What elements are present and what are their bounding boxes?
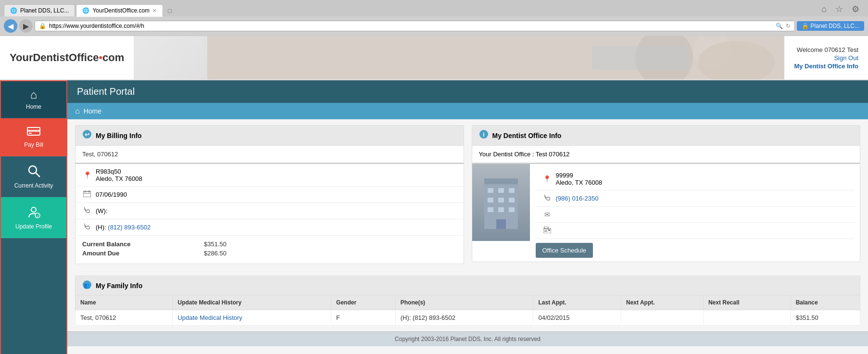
- address-text: https://www.yourdentistoffice.com/#/h: [49, 23, 773, 29]
- row-name: Test, 070612: [75, 310, 173, 326]
- svg-rect-25: [509, 188, 515, 193]
- sidebar-item-current-activity[interactable]: Current Activity: [1, 156, 66, 197]
- tab-label: Planet DDS, LLC...: [20, 7, 69, 14]
- billing-address-row: 📍 R983q50 Aledo, TX 76008: [75, 164, 464, 187]
- current-balance-value: $351.50: [204, 240, 226, 248]
- col-gender: Gender: [331, 295, 396, 310]
- office-details: 📍 99999 Aledo, TX 76008 (986): [530, 164, 860, 262]
- breadcrumb-home-icon: ⌂: [75, 107, 80, 115]
- family-title: My Family Info: [96, 282, 142, 290]
- row-next-recall: [703, 310, 791, 326]
- office-card: i My Dentist Office Info Your Dentist Of…: [472, 125, 861, 262]
- sidebar-item-home[interactable]: ⌂ Home: [1, 81, 66, 118]
- svg-rect-7: [29, 133, 32, 134]
- col-next-appt: Next Appt.: [621, 295, 704, 310]
- sign-out-link[interactable]: Sign Out: [794, 54, 858, 62]
- svg-rect-15: [83, 191, 91, 197]
- office-zip-icon: 📍: [542, 175, 552, 183]
- office-name: Your Dentist Office : Test 070612: [472, 146, 860, 163]
- sidebar-label-update-profile: Update Profile: [15, 223, 52, 230]
- svg-rect-28: [509, 198, 515, 202]
- billing-title: My Billing Info: [96, 132, 142, 139]
- svg-rect-32: [496, 219, 506, 229]
- billing-card-header: ↩ My Billing Info: [75, 126, 464, 146]
- office-schedule-button[interactable]: Office Schedule: [536, 243, 593, 258]
- header-banner: [134, 36, 784, 79]
- sidebar-item-pay-bill[interactable]: Pay Bill: [1, 118, 66, 156]
- search-icon[interactable]: 🔍: [776, 23, 783, 29]
- planet-dds-badge: 🔒 Planet DDS, LLC...: [797, 21, 864, 31]
- office-phone-row: (986) 016-2350: [536, 190, 855, 207]
- update-medical-link[interactable]: Update Medical History: [177, 314, 242, 321]
- svg-rect-24: [498, 188, 504, 193]
- site-logo: YourDentistOffice•com: [0, 36, 134, 79]
- logo-dot: •: [99, 51, 102, 63]
- office-zip: 99999: [556, 172, 603, 179]
- svg-rect-22: [484, 178, 518, 184]
- welcome-text: Welcome 070612 Test: [794, 46, 858, 53]
- star-icon[interactable]: ☆: [832, 2, 846, 16]
- tab-label-active: YourDentistOffice.com: [92, 7, 150, 14]
- refresh-icon[interactable]: ↻: [786, 23, 791, 29]
- row-update-medical: Update Medical History: [173, 310, 331, 326]
- logo-main: YourDentistOffice: [10, 51, 99, 63]
- billing-work-phone-row: (W):: [75, 203, 464, 219]
- logo-suffix: com: [102, 51, 124, 63]
- office-phone-link[interactable]: (986) 016-2350: [556, 195, 599, 202]
- sidebar-label-home: Home: [26, 103, 41, 110]
- tab-yourdentistoffice[interactable]: 🌐 YourDentistOffice.com ✕: [76, 4, 163, 17]
- billing-header-icon: ↩: [82, 129, 92, 141]
- tab-close-icon[interactable]: ✕: [152, 8, 157, 14]
- svg-rect-31: [509, 207, 515, 212]
- content-area: Patient Portal ⌂ Home ↩ My Billing Info: [67, 80, 868, 354]
- col-next-recall: Next Recall: [703, 295, 791, 310]
- billing-dob: 07/06/1990: [96, 191, 127, 198]
- office-card-header: i My Dentist Office Info: [472, 126, 860, 146]
- office-phone-icon: [542, 194, 552, 202]
- family-header-icon: 👥: [82, 280, 92, 291]
- office-email-row: ✉: [536, 207, 855, 223]
- forward-button[interactable]: ▶: [19, 19, 33, 33]
- tab-planet-dds[interactable]: 🌐 Planet DDS, LLC...: [4, 4, 75, 16]
- office-title: My Dentist Office Info: [492, 132, 562, 139]
- banner-image: [207, 36, 784, 79]
- dob-icon: [82, 190, 92, 199]
- svg-rect-29: [488, 207, 493, 212]
- new-tab-button[interactable]: □: [164, 5, 176, 16]
- sidebar-label-current-activity: Current Activity: [14, 182, 53, 189]
- col-update-medical: Update Medical History: [173, 295, 331, 310]
- sidebar-item-update-profile[interactable]: ✓ Update Profile: [1, 197, 66, 238]
- billing-home-phone-row: (H): (812) 893-6502: [75, 219, 464, 236]
- footer: Copyright 2003-2016 Planet DDS, Inc. All…: [67, 331, 868, 346]
- col-balance: Balance: [791, 295, 860, 310]
- svg-text:👥: 👥: [84, 282, 90, 289]
- breadcrumb: ⌂ Home: [67, 103, 868, 119]
- user-info-area: Welcome 070612 Test Sign Out My Dentist …: [784, 36, 868, 79]
- svg-rect-36: [544, 230, 547, 231]
- office-address: Aledo, TX 76008: [556, 179, 603, 186]
- amount-due-value: $286.50: [204, 250, 226, 257]
- svg-rect-26: [488, 198, 493, 202]
- row-phones: (H): (812) 893-6502: [395, 310, 533, 326]
- amount-due-label: Amount Due: [82, 250, 119, 257]
- col-last-appt: Last Appt.: [533, 295, 621, 310]
- svg-rect-23: [488, 188, 493, 193]
- sidebar-label-pay-bill: Pay Bill: [24, 141, 43, 148]
- page-title: Patient Portal: [67, 80, 868, 103]
- my-office-link[interactable]: My Dentist Office Info: [794, 63, 858, 70]
- row-gender: F: [331, 310, 396, 326]
- svg-rect-30: [498, 207, 504, 212]
- billing-address-line2: Aledo, TX 76008: [96, 175, 142, 182]
- ssl-lock-icon: 🔒: [39, 23, 46, 29]
- billing-patient-name: Test, 070612: [75, 146, 464, 163]
- svg-rect-4: [592, 46, 688, 70]
- svg-text:↩: ↩: [85, 131, 89, 138]
- back-button[interactable]: ◀: [4, 19, 17, 33]
- home-phone-link[interactable]: (812) 893-6502: [108, 224, 151, 231]
- col-name: Name: [75, 295, 173, 310]
- office-building-image: [472, 164, 530, 241]
- family-table: Name Update Medical History Gender Phone…: [75, 295, 860, 326]
- settings-icon[interactable]: ⚙: [847, 2, 864, 16]
- home-browser-icon[interactable]: ⌂: [817, 2, 831, 16]
- email-icon: ✉: [542, 211, 552, 218]
